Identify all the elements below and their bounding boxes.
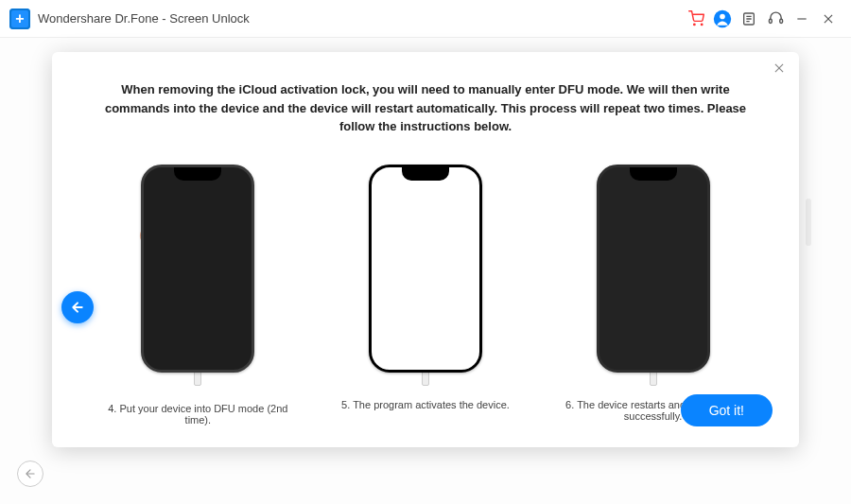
phone-illustration-dfu [141,165,254,373]
cart-icon[interactable] [683,6,709,32]
svg-rect-5 [769,19,772,23]
step-6: 6. The device restarts and is unlocked s… [549,165,757,426]
got-it-button[interactable]: Got it! [681,394,773,426]
svg-rect-6 [779,19,782,23]
back-button[interactable] [17,461,43,487]
titlebar: + Wondershare Dr.Fone - Screen Unlock [0,0,851,38]
phone-illustration-activate [369,165,482,373]
modal-close-button[interactable] [773,61,786,78]
instruction-text: When removing the iCloud activation lock… [104,80,747,136]
account-icon[interactable] [709,6,736,32]
support-icon[interactable] [762,6,789,32]
window-title: Wondershare Dr.Fone - Screen Unlock [38,11,250,26]
step-5-caption: 5. The program activates the device. [321,399,530,410]
svg-point-3 [720,13,725,19]
steps-row: 4. Put your device into DFU mode (2nd ti… [84,165,767,426]
step-4: 4. Put your device into DFU mode (2nd ti… [94,165,302,426]
minimize-button[interactable] [789,6,815,32]
phone-illustration-restart [597,165,710,373]
background-page-edge [806,199,811,246]
step-4-caption: 4. Put your device into DFU mode (2nd ti… [94,403,302,426]
step-5: 5. The program activates the device. [321,165,530,426]
prev-arrow-button[interactable] [61,291,94,323]
close-window-button[interactable] [815,6,842,32]
instruction-modal: When removing the iCloud activation lock… [52,52,799,447]
app-logo-icon: + [9,9,30,29]
feedback-icon[interactable] [736,6,762,32]
svg-point-1 [701,24,702,25]
svg-point-0 [693,24,694,25]
